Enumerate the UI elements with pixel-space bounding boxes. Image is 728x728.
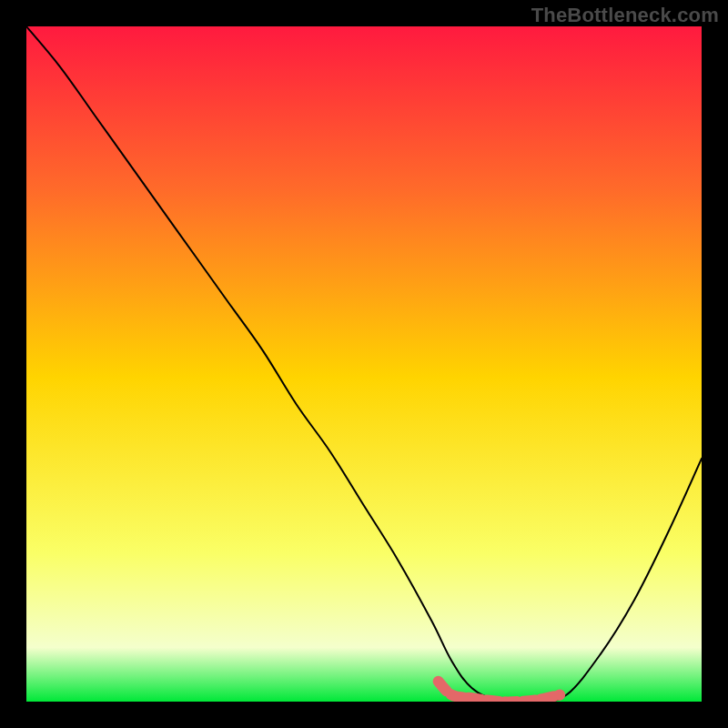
watermark-text: TheBottleneck.com <box>531 4 719 27</box>
chart-svg <box>26 26 702 702</box>
plot-area <box>26 26 702 702</box>
gradient-background <box>26 26 702 702</box>
chart-frame: TheBottleneck.com <box>0 0 728 728</box>
